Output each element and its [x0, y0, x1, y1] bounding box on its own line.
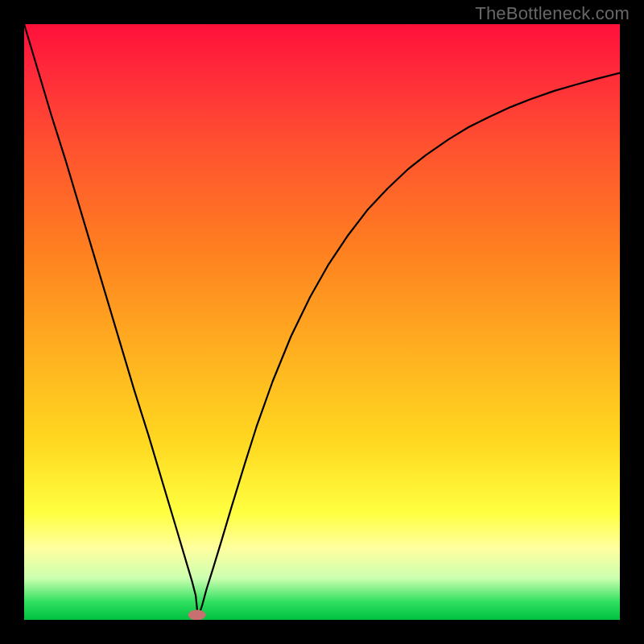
chart-svg [24, 24, 620, 620]
chart-plot-area [24, 24, 620, 620]
bottleneck-curve [24, 24, 620, 614]
chart-frame: TheBottleneck.com [0, 0, 644, 644]
vertex-marker [188, 610, 206, 621]
watermark-text: TheBottleneck.com [475, 3, 630, 24]
